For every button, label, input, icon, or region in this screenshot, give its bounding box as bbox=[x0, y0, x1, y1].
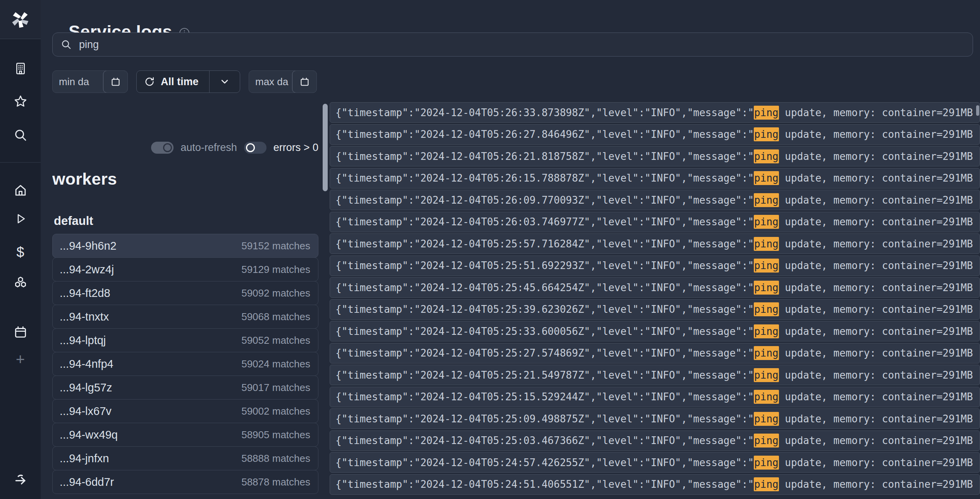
log-line[interactable]: {"timestamp":"2024-12-04T05:26:09.770093… bbox=[330, 190, 980, 210]
worker-list-item[interactable]: ...94-9h6n2 59152 matches bbox=[52, 234, 318, 258]
log-line[interactable]: {"timestamp":"2024-12-04T05:26:21.818758… bbox=[330, 146, 980, 166]
search-input[interactable] bbox=[79, 39, 965, 51]
worker-list-item[interactable]: ...94-2wz4j 59129 matches bbox=[52, 257, 318, 281]
log-text: update, memory: container=291MB bbox=[779, 478, 973, 490]
min-date-field[interactable]: min da bbox=[52, 70, 128, 93]
worker-list-item[interactable]: ...94-jnfxn 58888 matches bbox=[52, 446, 318, 470]
sidebar-item-schedule[interactable] bbox=[12, 324, 29, 341]
filter-row: min da All time bbox=[52, 70, 317, 93]
search-match-highlight: ping bbox=[754, 106, 779, 120]
chevron-down-icon[interactable] bbox=[210, 76, 240, 87]
modal-pinwheel-icon bbox=[10, 9, 31, 29]
log-text: {"timestamp":"2024-12-04T05:24:57.426255… bbox=[335, 457, 754, 468]
calendar-icon bbox=[110, 77, 121, 87]
worker-list-item[interactable]: ...94-tnxtx 59068 matches bbox=[52, 305, 318, 329]
building-icon bbox=[14, 62, 28, 75]
sidebar-item-billing[interactable]: $ bbox=[12, 244, 29, 261]
sidebar-item-organization[interactable] bbox=[12, 60, 29, 77]
log-line[interactable]: {"timestamp":"2024-12-04T05:26:15.788878… bbox=[330, 168, 980, 189]
max-date-field[interactable]: max da bbox=[249, 70, 317, 93]
log-text: {"timestamp":"2024-12-04T05:25:15.529244… bbox=[335, 391, 754, 403]
worker-match-count: 59002 matches bbox=[241, 405, 310, 417]
time-range-value: All time bbox=[161, 76, 199, 88]
dollar-icon: $ bbox=[16, 245, 24, 259]
search-match-highlight: ping bbox=[754, 127, 779, 141]
log-panel: {"timestamp":"2024-12-04T05:26:33.873898… bbox=[323, 100, 980, 499]
log-line[interactable]: {"timestamp":"2024-12-04T05:25:45.664254… bbox=[330, 277, 980, 298]
auto-refresh-toggle[interactable] bbox=[151, 142, 174, 154]
min-date-value: min da bbox=[59, 76, 89, 88]
search-match-highlight: ping bbox=[754, 237, 779, 251]
log-line[interactable]: {"timestamp":"2024-12-04T05:25:27.574869… bbox=[330, 343, 980, 364]
log-text: update, memory: container=291MB bbox=[779, 435, 973, 446]
log-scrollbar-track[interactable] bbox=[323, 100, 328, 499]
worker-list-item[interactable]: ...94-4nfp4 59024 matches bbox=[52, 352, 318, 376]
log-line[interactable]: {"timestamp":"2024-12-04T05:25:51.692293… bbox=[330, 256, 980, 276]
sidebar-item-search[interactable] bbox=[12, 127, 29, 144]
log-text: update, memory: container=291MB bbox=[779, 413, 973, 425]
log-text: update, memory: container=291MB bbox=[779, 326, 973, 337]
worker-match-count: 59129 matches bbox=[241, 264, 310, 276]
log-line[interactable]: {"timestamp":"2024-12-04T05:25:15.529244… bbox=[330, 387, 980, 407]
log-line[interactable]: {"timestamp":"2024-12-04T05:25:21.549787… bbox=[330, 365, 980, 385]
log-text: update, memory: container=291MB bbox=[779, 107, 973, 118]
max-date-calendar-button[interactable] bbox=[292, 70, 317, 93]
log-text: {"timestamp":"2024-12-04T05:26:15.788878… bbox=[335, 172, 754, 184]
log-scrollbar-thumb[interactable] bbox=[323, 104, 328, 191]
log-text: update, memory: container=291MB bbox=[779, 194, 973, 206]
log-line[interactable]: {"timestamp":"2024-12-04T05:25:57.716284… bbox=[330, 233, 980, 254]
worker-list-item[interactable]: ...94-ft2d8 59092 matches bbox=[52, 281, 318, 305]
star-icon bbox=[13, 94, 28, 109]
log-text: {"timestamp":"2024-12-04T05:26:21.818758… bbox=[335, 151, 754, 162]
log-line[interactable]: {"timestamp":"2024-12-04T05:25:03.467366… bbox=[330, 430, 980, 451]
log-text: update, memory: container=291MB bbox=[779, 260, 973, 271]
sidebar: $ + bbox=[0, 0, 41, 499]
worker-id: ...94-tnxtx bbox=[60, 310, 109, 323]
log-line[interactable]: {"timestamp":"2024-12-04T05:24:57.426255… bbox=[330, 452, 980, 473]
errors-toggle[interactable] bbox=[244, 142, 266, 154]
log-text: {"timestamp":"2024-12-04T05:25:39.623026… bbox=[335, 304, 754, 315]
worker-match-count: 59024 matches bbox=[241, 358, 310, 370]
plus-icon: + bbox=[16, 352, 25, 367]
log-text: {"timestamp":"2024-12-04T05:25:21.549787… bbox=[335, 369, 754, 381]
search-icon bbox=[60, 39, 72, 50]
log-line[interactable]: {"timestamp":"2024-12-04T05:24:51.406551… bbox=[330, 474, 980, 495]
sidebar-item-resources[interactable] bbox=[12, 274, 29, 291]
app-logo[interactable] bbox=[0, 0, 41, 39]
sidebar-item-add[interactable]: + bbox=[12, 351, 29, 368]
sidebar-divider bbox=[0, 162, 41, 163]
sidebar-item-home[interactable] bbox=[12, 182, 29, 199]
log-line[interactable]: {"timestamp":"2024-12-04T05:26:03.746977… bbox=[330, 212, 980, 232]
worker-list-item[interactable]: ...94-wx49q 58905 matches bbox=[52, 423, 318, 447]
search-match-highlight: ping bbox=[754, 149, 779, 163]
log-line[interactable]: {"timestamp":"2024-12-04T05:25:09.498875… bbox=[330, 408, 980, 429]
sidebar-item-run[interactable] bbox=[12, 210, 29, 227]
max-date-value: max da bbox=[255, 76, 288, 88]
log-search-bar[interactable] bbox=[52, 33, 973, 57]
sidebar-collapse-button[interactable] bbox=[12, 472, 29, 489]
log-text: {"timestamp":"2024-12-04T05:26:27.846496… bbox=[335, 129, 754, 140]
worker-list-item[interactable]: ...94-lg57z 59017 matches bbox=[52, 376, 318, 400]
worker-id: ...94-lx67v bbox=[60, 405, 112, 418]
sidebar-item-favorites[interactable] bbox=[12, 93, 29, 110]
right-scrollbar-thumb[interactable] bbox=[976, 105, 979, 116]
log-text: update, memory: container=291MB bbox=[779, 391, 973, 403]
search-match-highlight: ping bbox=[754, 281, 779, 295]
log-text: update, memory: container=291MB bbox=[779, 304, 973, 315]
log-line[interactable]: {"timestamp":"2024-12-04T05:25:33.600056… bbox=[330, 321, 980, 341]
worker-list: ...94-9h6n2 59152 matches ...94-2wz4j 59… bbox=[52, 234, 318, 494]
home-icon bbox=[13, 183, 28, 198]
worker-list-item[interactable]: ...94-lptqj 59052 matches bbox=[52, 328, 318, 352]
time-range-dropdown[interactable]: All time bbox=[136, 70, 240, 93]
worker-list-item[interactable]: ...94-lx67v 59002 matches bbox=[52, 399, 318, 423]
toggle-row: auto-refresh errors > 0 bbox=[52, 142, 318, 154]
log-line[interactable]: {"timestamp":"2024-12-04T05:25:39.623026… bbox=[330, 299, 980, 320]
min-date-calendar-button[interactable] bbox=[103, 70, 128, 93]
log-line[interactable]: {"timestamp":"2024-12-04T05:26:27.846496… bbox=[330, 124, 980, 145]
search-match-highlight: ping bbox=[754, 477, 779, 491]
log-text: update, memory: container=291MB bbox=[779, 172, 973, 184]
worker-group-heading: default bbox=[54, 214, 318, 228]
log-line[interactable]: {"timestamp":"2024-12-04T05:26:33.873898… bbox=[330, 102, 980, 123]
worker-list-item[interactable]: ...94-6dd7r 58878 matches bbox=[52, 470, 318, 494]
worker-id: ...94-4nfp4 bbox=[60, 358, 113, 370]
